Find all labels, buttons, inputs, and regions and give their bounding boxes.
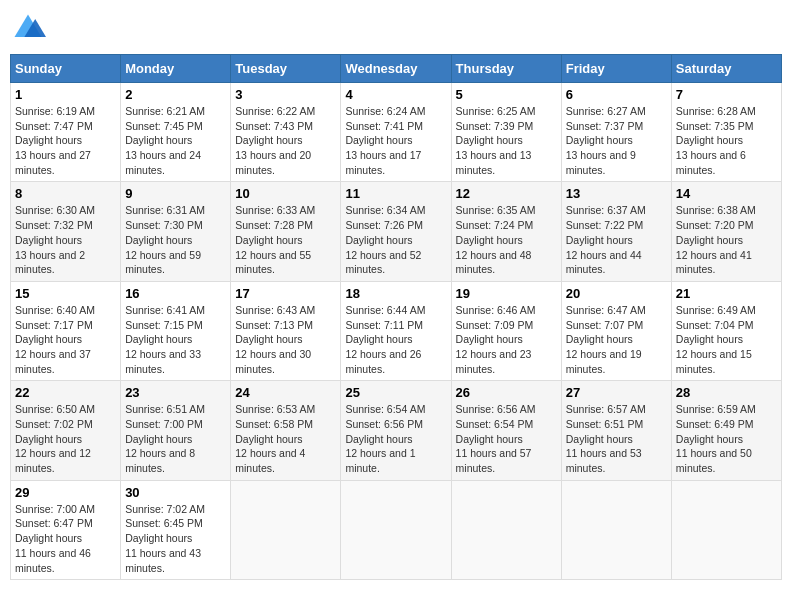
day-info: Sunrise: 6:30 AM Sunset: 7:32 PM Dayligh… — [15, 203, 116, 276]
day-number: 23 — [125, 385, 226, 400]
calendar-cell: 20 Sunrise: 6:47 AM Sunset: 7:07 PM Dayl… — [561, 281, 671, 380]
calendar-cell: 18 Sunrise: 6:44 AM Sunset: 7:11 PM Dayl… — [341, 281, 451, 380]
calendar-cell: 26 Sunrise: 6:56 AM Sunset: 6:54 PM Dayl… — [451, 381, 561, 480]
day-info: Sunrise: 6:50 AM Sunset: 7:02 PM Dayligh… — [15, 402, 116, 475]
day-info: Sunrise: 6:33 AM Sunset: 7:28 PM Dayligh… — [235, 203, 336, 276]
col-tuesday: Tuesday — [231, 55, 341, 83]
day-number: 14 — [676, 186, 777, 201]
day-info: Sunrise: 6:37 AM Sunset: 7:22 PM Dayligh… — [566, 203, 667, 276]
day-number: 9 — [125, 186, 226, 201]
day-info: Sunrise: 6:34 AM Sunset: 7:26 PM Dayligh… — [345, 203, 446, 276]
day-number: 17 — [235, 286, 336, 301]
day-info: Sunrise: 6:24 AM Sunset: 7:41 PM Dayligh… — [345, 104, 446, 177]
day-number: 28 — [676, 385, 777, 400]
calendar-cell: 9 Sunrise: 6:31 AM Sunset: 7:30 PM Dayli… — [121, 182, 231, 281]
calendar-cell — [671, 480, 781, 579]
day-info: Sunrise: 6:43 AM Sunset: 7:13 PM Dayligh… — [235, 303, 336, 376]
col-friday: Friday — [561, 55, 671, 83]
day-number: 10 — [235, 186, 336, 201]
day-number: 4 — [345, 87, 446, 102]
calendar-cell: 3 Sunrise: 6:22 AM Sunset: 7:43 PM Dayli… — [231, 83, 341, 182]
day-number: 5 — [456, 87, 557, 102]
calendar-week-4: 22 Sunrise: 6:50 AM Sunset: 7:02 PM Dayl… — [11, 381, 782, 480]
day-info: Sunrise: 6:56 AM Sunset: 6:54 PM Dayligh… — [456, 402, 557, 475]
col-monday: Monday — [121, 55, 231, 83]
logo-icon — [10, 10, 46, 46]
col-thursday: Thursday — [451, 55, 561, 83]
day-number: 2 — [125, 87, 226, 102]
day-number: 11 — [345, 186, 446, 201]
calendar-cell: 23 Sunrise: 6:51 AM Sunset: 7:00 PM Dayl… — [121, 381, 231, 480]
day-number: 29 — [15, 485, 116, 500]
day-info: Sunrise: 6:41 AM Sunset: 7:15 PM Dayligh… — [125, 303, 226, 376]
calendar-cell: 19 Sunrise: 6:46 AM Sunset: 7:09 PM Dayl… — [451, 281, 561, 380]
day-number: 26 — [456, 385, 557, 400]
calendar-cell — [561, 480, 671, 579]
day-number: 30 — [125, 485, 226, 500]
day-number: 8 — [15, 186, 116, 201]
day-info: Sunrise: 6:38 AM Sunset: 7:20 PM Dayligh… — [676, 203, 777, 276]
day-number: 7 — [676, 87, 777, 102]
day-info: Sunrise: 6:28 AM Sunset: 7:35 PM Dayligh… — [676, 104, 777, 177]
calendar-cell: 30 Sunrise: 7:02 AM Sunset: 6:45 PM Dayl… — [121, 480, 231, 579]
day-info: Sunrise: 6:35 AM Sunset: 7:24 PM Dayligh… — [456, 203, 557, 276]
calendar-cell — [231, 480, 341, 579]
logo — [10, 10, 50, 46]
calendar-cell: 2 Sunrise: 6:21 AM Sunset: 7:45 PM Dayli… — [121, 83, 231, 182]
calendar-week-1: 1 Sunrise: 6:19 AM Sunset: 7:47 PM Dayli… — [11, 83, 782, 182]
calendar-cell: 11 Sunrise: 6:34 AM Sunset: 7:26 PM Dayl… — [341, 182, 451, 281]
day-info: Sunrise: 6:51 AM Sunset: 7:00 PM Dayligh… — [125, 402, 226, 475]
calendar-cell: 4 Sunrise: 6:24 AM Sunset: 7:41 PM Dayli… — [341, 83, 451, 182]
calendar-cell: 21 Sunrise: 6:49 AM Sunset: 7:04 PM Dayl… — [671, 281, 781, 380]
calendar-week-2: 8 Sunrise: 6:30 AM Sunset: 7:32 PM Dayli… — [11, 182, 782, 281]
day-number: 3 — [235, 87, 336, 102]
calendar-cell: 17 Sunrise: 6:43 AM Sunset: 7:13 PM Dayl… — [231, 281, 341, 380]
col-wednesday: Wednesday — [341, 55, 451, 83]
calendar-cell: 14 Sunrise: 6:38 AM Sunset: 7:20 PM Dayl… — [671, 182, 781, 281]
day-info: Sunrise: 6:44 AM Sunset: 7:11 PM Dayligh… — [345, 303, 446, 376]
calendar-cell: 28 Sunrise: 6:59 AM Sunset: 6:49 PM Dayl… — [671, 381, 781, 480]
calendar-cell — [451, 480, 561, 579]
day-info: Sunrise: 6:57 AM Sunset: 6:51 PM Dayligh… — [566, 402, 667, 475]
header-row: Sunday Monday Tuesday Wednesday Thursday… — [11, 55, 782, 83]
day-info: Sunrise: 6:27 AM Sunset: 7:37 PM Dayligh… — [566, 104, 667, 177]
calendar-cell: 29 Sunrise: 7:00 AM Sunset: 6:47 PM Dayl… — [11, 480, 121, 579]
calendar-cell — [341, 480, 451, 579]
col-saturday: Saturday — [671, 55, 781, 83]
day-info: Sunrise: 6:31 AM Sunset: 7:30 PM Dayligh… — [125, 203, 226, 276]
calendar-cell: 1 Sunrise: 6:19 AM Sunset: 7:47 PM Dayli… — [11, 83, 121, 182]
calendar-cell: 10 Sunrise: 6:33 AM Sunset: 7:28 PM Dayl… — [231, 182, 341, 281]
day-info: Sunrise: 6:19 AM Sunset: 7:47 PM Dayligh… — [15, 104, 116, 177]
day-info: Sunrise: 7:02 AM Sunset: 6:45 PM Dayligh… — [125, 502, 226, 575]
col-sunday: Sunday — [11, 55, 121, 83]
day-info: Sunrise: 6:47 AM Sunset: 7:07 PM Dayligh… — [566, 303, 667, 376]
page-header — [10, 10, 782, 46]
calendar-cell: 6 Sunrise: 6:27 AM Sunset: 7:37 PM Dayli… — [561, 83, 671, 182]
day-number: 1 — [15, 87, 116, 102]
calendar-cell: 24 Sunrise: 6:53 AM Sunset: 6:58 PM Dayl… — [231, 381, 341, 480]
calendar-cell: 27 Sunrise: 6:57 AM Sunset: 6:51 PM Dayl… — [561, 381, 671, 480]
day-number: 16 — [125, 286, 226, 301]
calendar-cell: 13 Sunrise: 6:37 AM Sunset: 7:22 PM Dayl… — [561, 182, 671, 281]
day-info: Sunrise: 6:21 AM Sunset: 7:45 PM Dayligh… — [125, 104, 226, 177]
day-number: 24 — [235, 385, 336, 400]
day-number: 12 — [456, 186, 557, 201]
calendar-cell: 15 Sunrise: 6:40 AM Sunset: 7:17 PM Dayl… — [11, 281, 121, 380]
day-number: 22 — [15, 385, 116, 400]
day-number: 13 — [566, 186, 667, 201]
day-info: Sunrise: 7:00 AM Sunset: 6:47 PM Dayligh… — [15, 502, 116, 575]
day-info: Sunrise: 6:22 AM Sunset: 7:43 PM Dayligh… — [235, 104, 336, 177]
calendar-cell: 5 Sunrise: 6:25 AM Sunset: 7:39 PM Dayli… — [451, 83, 561, 182]
calendar-week-5: 29 Sunrise: 7:00 AM Sunset: 6:47 PM Dayl… — [11, 480, 782, 579]
calendar-cell: 8 Sunrise: 6:30 AM Sunset: 7:32 PM Dayli… — [11, 182, 121, 281]
day-info: Sunrise: 6:46 AM Sunset: 7:09 PM Dayligh… — [456, 303, 557, 376]
calendar-cell: 12 Sunrise: 6:35 AM Sunset: 7:24 PM Dayl… — [451, 182, 561, 281]
day-number: 18 — [345, 286, 446, 301]
day-info: Sunrise: 6:59 AM Sunset: 6:49 PM Dayligh… — [676, 402, 777, 475]
day-number: 20 — [566, 286, 667, 301]
day-number: 19 — [456, 286, 557, 301]
day-number: 27 — [566, 385, 667, 400]
day-info: Sunrise: 6:49 AM Sunset: 7:04 PM Dayligh… — [676, 303, 777, 376]
calendar-cell: 22 Sunrise: 6:50 AM Sunset: 7:02 PM Dayl… — [11, 381, 121, 480]
day-number: 25 — [345, 385, 446, 400]
